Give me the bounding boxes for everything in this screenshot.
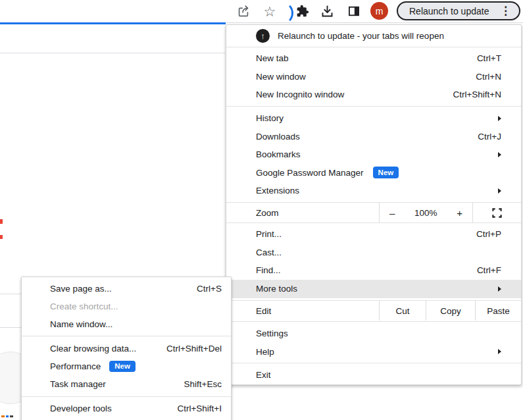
zoom-out-button[interactable]: –	[389, 207, 395, 219]
menu-item-find[interactable]: Find... Ctrl+F	[226, 261, 521, 280]
profile-avatar[interactable]: m	[370, 2, 388, 20]
menu-item-extensions[interactable]: Extensions	[226, 182, 521, 200]
menu-item-new-window[interactable]: New window Ctrl+N	[226, 68, 521, 86]
menu-item-new-tab[interactable]: New tab Ctrl+T	[226, 49, 521, 68]
update-icon: ↑	[256, 29, 270, 43]
submenu-arrow-icon	[498, 349, 501, 354]
extensions-puzzle-icon[interactable]	[295, 0, 311, 22]
page-text-fragment	[6, 415, 9, 417]
menu-separator	[226, 47, 521, 47]
menu-separator	[22, 396, 231, 397]
menu-separator	[226, 321, 521, 322]
submenu-item-performance[interactable]: Performance New	[22, 357, 231, 375]
edit-label: Edit	[226, 306, 379, 316]
fullscreen-icon	[491, 207, 503, 219]
submenu-arrow-icon	[498, 188, 501, 194]
menu-item-zoom: Zoom – 100% +	[226, 203, 521, 223]
page-red-text-fragment	[0, 219, 3, 224]
share-icon[interactable]	[236, 0, 251, 22]
menu-item-bookmarks[interactable]: Bookmarks	[226, 145, 521, 164]
new-badge: New	[373, 167, 399, 178]
relaunch-button-label: Relaunch to update	[409, 6, 500, 16]
menu-item-print[interactable]: Print... Ctrl+P	[226, 225, 521, 244]
menu-item-help[interactable]: Help	[226, 343, 521, 361]
page-divider	[0, 327, 21, 328]
menu-item-more-tools[interactable]: More tools	[226, 280, 521, 298]
fullscreen-button[interactable]	[472, 203, 521, 223]
menu-separator	[226, 363, 521, 363]
menu-item-relaunch-banner[interactable]: ↑ Relaunch to update - your tabs will re…	[226, 25, 521, 47]
menu-item-google-password-manager[interactable]: Google Password Manager New	[226, 164, 521, 182]
menu-item-edit: Edit Cut Copy Paste	[226, 301, 521, 321]
menu-separator	[22, 336, 231, 336]
zoom-level: 100%	[414, 208, 437, 218]
submenu-arrow-icon	[498, 286, 501, 292]
page-divider	[0, 294, 21, 294]
menu-item-history[interactable]: History	[226, 109, 521, 128]
submenu-item-create-shortcut: Create shortcut...	[22, 298, 231, 315]
toolbar-bottom-border	[226, 22, 523, 23]
page-text-fragment	[10, 415, 13, 417]
page-divider	[0, 53, 225, 53]
avatar-initial: m	[376, 6, 384, 16]
menu-item-label: Relaunch to update - your tabs will reop…	[278, 31, 501, 41]
zoom-label: Zoom	[226, 208, 379, 218]
submenu-arrow-icon	[498, 152, 501, 157]
submenu-arrow-icon	[498, 116, 501, 121]
downloads-icon[interactable]	[319, 0, 335, 22]
submenu-item-clear-browsing-data[interactable]: Clear browsing data... Ctrl+Shift+Del	[22, 340, 231, 357]
side-panel-icon[interactable]	[346, 0, 362, 22]
relaunch-to-update-button[interactable]: Relaunch to update ⋮	[397, 1, 520, 20]
menu-item-cast[interactable]: Cast...	[226, 244, 521, 262]
omnibox-edge	[272, 2, 293, 24]
menu-separator	[226, 223, 521, 223]
menu-item-settings[interactable]: Settings	[226, 325, 521, 343]
page-red-text-fragment	[0, 235, 3, 239]
menu-item-new-incognito-window[interactable]: New Incognito window Ctrl+Shift+N	[226, 86, 521, 104]
menu-item-exit[interactable]: Exit	[226, 366, 521, 384]
browser-window: ☆ m Relaunch to update ⋮	[0, 0, 523, 420]
kebab-menu-icon: ⋮	[500, 5, 511, 16]
copy-button[interactable]: Copy	[426, 301, 475, 321]
submenu-item-name-window[interactable]: Name window...	[22, 315, 231, 333]
cut-button[interactable]: Cut	[379, 301, 426, 321]
more-tools-submenu: Save page as... Ctrl+S Create shortcut..…	[21, 276, 232, 420]
chrome-main-menu: ↑ Relaunch to update - your tabs will re…	[226, 24, 522, 385]
paste-button[interactable]: Paste	[475, 301, 521, 321]
submenu-item-task-manager[interactable]: Task manager Shift+Esc	[22, 375, 231, 393]
page-text-fragment	[1, 415, 5, 417]
submenu-item-save-page-as[interactable]: Save page as... Ctrl+S	[22, 280, 231, 298]
zoom-in-button[interactable]: +	[457, 207, 462, 219]
submenu-item-developer-tools[interactable]: Developer tools Ctrl+Shift+I	[22, 400, 231, 417]
new-badge: New	[109, 361, 136, 373]
menu-item-downloads[interactable]: Downloads Ctrl+J	[226, 128, 521, 146]
menu-separator	[226, 106, 521, 107]
browser-toolbar: ☆ m Relaunch to update ⋮	[0, 0, 523, 22]
